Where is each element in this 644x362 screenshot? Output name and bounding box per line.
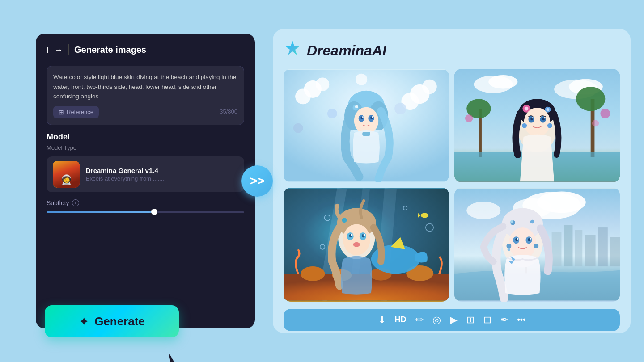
svg-rect-85 bbox=[585, 235, 596, 267]
svg-point-64 bbox=[343, 224, 370, 256]
generate-star-icon: ✦ bbox=[79, 314, 89, 329]
resize-icon[interactable]: ⊟ bbox=[483, 314, 491, 326]
svg-point-51 bbox=[465, 114, 473, 122]
right-header: DreaminaAI bbox=[284, 40, 620, 62]
prompt-text[interactable]: Watercolor style light blue skirt diving… bbox=[53, 72, 237, 101]
model-name: Dreamina General v1.4 bbox=[86, 167, 238, 174]
model-subtitle: Model Type bbox=[47, 144, 244, 151]
cursor bbox=[170, 352, 175, 362]
svg-point-9 bbox=[327, 109, 337, 118]
svg-point-21 bbox=[362, 116, 364, 118]
grid-image-1[interactable] bbox=[284, 69, 449, 182]
arrow-button[interactable]: >> bbox=[242, 165, 273, 197]
svg-point-52 bbox=[600, 109, 610, 118]
subtlety-section: Subtlety i bbox=[47, 199, 244, 214]
svg-point-24 bbox=[355, 105, 358, 108]
generate-label: Generate bbox=[94, 315, 145, 328]
model-title: Model bbox=[47, 132, 244, 142]
svg-point-53 bbox=[592, 120, 599, 126]
image-svg-4 bbox=[454, 188, 620, 301]
extend-icon[interactable]: ⊞ bbox=[466, 314, 475, 326]
svg-point-71 bbox=[353, 242, 360, 247]
svg-point-49 bbox=[522, 123, 527, 128]
hd-button[interactable]: HD bbox=[395, 315, 407, 324]
astronaut-icon: 🧑‍🚀 bbox=[60, 174, 72, 186]
logo-icon bbox=[284, 40, 301, 62]
subtlety-text: Subtlety bbox=[47, 199, 69, 206]
svg-point-100 bbox=[517, 238, 519, 240]
svg-point-70 bbox=[363, 234, 365, 236]
svg-point-93 bbox=[510, 220, 513, 223]
svg-point-47 bbox=[532, 117, 534, 118]
slider-thumb[interactable] bbox=[151, 209, 157, 215]
image-grid bbox=[284, 69, 620, 302]
svg-point-94 bbox=[530, 220, 534, 224]
generate-button[interactable]: ✦ Generate bbox=[45, 305, 179, 337]
model-section: Model Model Type 🧑‍🚀 Dreamina General v1… bbox=[47, 132, 244, 192]
svg-point-69 bbox=[351, 234, 352, 236]
model-thumb-bg: 🧑‍🚀 bbox=[53, 161, 80, 188]
model-thumbnail: 🧑‍🚀 bbox=[53, 161, 80, 188]
logo-svg bbox=[284, 40, 301, 58]
svg-point-4 bbox=[295, 88, 311, 104]
svg-point-103 bbox=[508, 248, 511, 251]
svg-point-6 bbox=[422, 80, 437, 94]
svg-point-95 bbox=[509, 227, 536, 259]
panel-title: Generate images bbox=[74, 45, 146, 55]
more-button[interactable]: ••• bbox=[517, 315, 526, 324]
svg-rect-83 bbox=[564, 225, 573, 267]
svg-point-10 bbox=[394, 103, 406, 114]
toolbar: ⬇ HD ✏ ◎ ▶ ⊞ ⊟ ✒ ••• bbox=[284, 309, 620, 331]
cursor-arrow bbox=[169, 352, 176, 362]
svg-rect-25 bbox=[362, 132, 370, 136]
slider-fill bbox=[47, 211, 155, 213]
image-svg-3 bbox=[284, 188, 449, 301]
animate-icon[interactable]: ▶ bbox=[450, 314, 458, 326]
svg-rect-86 bbox=[598, 227, 608, 266]
svg-point-32 bbox=[576, 87, 605, 111]
svg-point-50 bbox=[547, 123, 552, 128]
image-svg-1 bbox=[284, 69, 449, 182]
svg-point-39 bbox=[525, 107, 529, 111]
subtlety-label: Subtlety i bbox=[47, 199, 244, 206]
svg-point-8 bbox=[356, 74, 367, 85]
reference-button[interactable]: ⊞ Reference bbox=[53, 106, 99, 118]
svg-marker-0 bbox=[285, 41, 300, 55]
svg-point-101 bbox=[530, 238, 531, 240]
reference-label: Reference bbox=[67, 109, 93, 115]
prompt-area: Watercolor style light blue skirt diving… bbox=[47, 66, 244, 125]
right-panel: DreaminaAI bbox=[273, 29, 631, 333]
char-count: 35/800 bbox=[220, 107, 237, 117]
menu-icon[interactable]: ⊢→ bbox=[47, 44, 63, 55]
grid-image-3[interactable] bbox=[284, 188, 449, 301]
svg-point-102 bbox=[506, 244, 511, 248]
left-panel: ⊢→ Generate images Watercolor style ligh… bbox=[36, 34, 255, 328]
model-card[interactable]: 🧑‍🚀 Dreamina General v1.4 Excels at ever… bbox=[47, 156, 244, 192]
retouch-icon[interactable]: ✒ bbox=[500, 314, 508, 326]
model-info: Dreamina General v1.4 Excels at everythi… bbox=[86, 167, 238, 182]
arrow-icon: >> bbox=[250, 174, 265, 188]
info-icon[interactable]: i bbox=[72, 199, 79, 206]
svg-point-42 bbox=[524, 108, 551, 137]
svg-rect-82 bbox=[552, 232, 562, 266]
panel-header: ⊢→ Generate images bbox=[47, 44, 244, 55]
subtlety-slider[interactable] bbox=[47, 211, 244, 214]
svg-point-28 bbox=[488, 75, 517, 88]
svg-point-22 bbox=[372, 116, 373, 118]
model-description: Excels at everything from ....... bbox=[86, 175, 238, 182]
edit-icon[interactable]: ✏ bbox=[415, 314, 424, 326]
svg-point-16 bbox=[354, 107, 378, 135]
svg-point-76 bbox=[421, 213, 428, 218]
svg-rect-84 bbox=[575, 230, 582, 267]
svg-point-41 bbox=[547, 108, 550, 111]
svg-rect-87 bbox=[610, 237, 620, 266]
svg-point-56 bbox=[301, 266, 325, 281]
download-icon[interactable]: ⬇ bbox=[378, 314, 386, 326]
style-icon[interactable]: ◎ bbox=[432, 314, 441, 326]
image-svg-2 bbox=[454, 69, 620, 182]
svg-point-48 bbox=[544, 117, 545, 118]
grid-image-2[interactable] bbox=[454, 69, 620, 182]
svg-point-3 bbox=[316, 77, 329, 91]
grid-image-4[interactable] bbox=[454, 188, 620, 301]
svg-point-11 bbox=[293, 123, 303, 133]
